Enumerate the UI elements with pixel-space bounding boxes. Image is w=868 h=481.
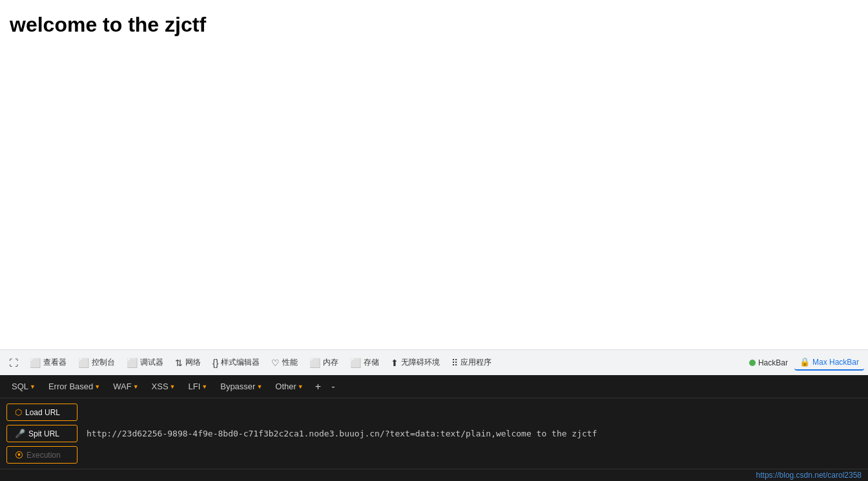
load-url-label: Load URL	[25, 408, 60, 417]
error-based-caret-icon: ▼	[94, 384, 100, 390]
menu-xss[interactable]: XSS ▼	[147, 379, 181, 394]
xss-label: XSS	[152, 382, 169, 391]
main-content: welcome to the zjctf	[0, 0, 868, 349]
inspector-icon: ⬜	[30, 358, 41, 368]
accessibility-icon: ⬆	[391, 358, 398, 368]
url-input[interactable]	[84, 425, 862, 442]
maxhackbar-button[interactable]: 🔒 Max HackBar	[794, 354, 864, 371]
devtools-memory-btn[interactable]: ⬜ 内存	[304, 354, 344, 371]
execution-button[interactable]: ⦿ Execution	[6, 446, 78, 464]
menu-lfi[interactable]: LFI ▼	[183, 379, 213, 394]
menu-sql[interactable]: SQL ▼	[6, 379, 41, 394]
debugger-icon: ⬜	[127, 358, 138, 368]
bypasser-caret-icon: ▼	[256, 384, 262, 390]
hackbar-url-row: ⬡ Load URL 🎤 Spit URL ⦿ Execution	[0, 398, 868, 469]
load-url-icon: ⬡	[15, 407, 22, 417]
browser-toolbar: ⛶ ⬜ 查看器 ⬜ 控制台 ⬜ 调试器 ⇅ 网络 {} 样式编辑器 ♡ 性能 ⬜…	[0, 349, 868, 375]
storage-icon: ⬜	[350, 358, 361, 368]
performance-label: 性能	[282, 357, 298, 368]
devtools-accessibility-btn[interactable]: ⬆ 无障碍环境	[386, 354, 445, 371]
menu-bypasser[interactable]: Bypasser ▼	[215, 379, 267, 394]
devtools-apps-btn[interactable]: ⠿ 应用程序	[446, 354, 497, 371]
devtools-screenshare-btn[interactable]: ⛶	[4, 355, 23, 371]
inspector-label: 查看器	[43, 357, 67, 368]
other-caret-icon: ▼	[298, 384, 304, 390]
menu-error-based[interactable]: Error Based ▼	[43, 379, 105, 394]
apps-icon: ⠿	[451, 358, 458, 368]
menu-other[interactable]: Other ▼	[270, 379, 308, 394]
devtools-debugger-btn[interactable]: ⬜ 调试器	[121, 354, 169, 371]
hackbar-panel: SQL ▼ Error Based ▼ WAF ▼ XSS ▼ LFI ▼ By…	[0, 375, 868, 481]
devtools-console-btn[interactable]: ⬜ 控制台	[73, 354, 120, 371]
maxhackbar-label: Max HackBar	[812, 358, 859, 367]
hackbar-label: HackBar	[758, 358, 788, 367]
lock-icon: 🔒	[800, 357, 810, 367]
spit-url-label: Spit URL	[28, 429, 59, 438]
devtools-inspector-btn[interactable]: ⬜ 查看器	[25, 354, 72, 371]
screenshare-icon: ⛶	[9, 358, 18, 368]
style-icon: {}	[212, 358, 218, 368]
devtools-storage-btn[interactable]: ⬜ 存储	[345, 354, 384, 371]
menu-waf[interactable]: WAF ▼	[108, 379, 143, 394]
other-label: Other	[275, 382, 296, 391]
storage-label: 存储	[364, 357, 379, 368]
sql-label: SQL	[12, 382, 28, 391]
waf-caret-icon: ▼	[133, 384, 139, 390]
menu-remove-button[interactable]: -	[327, 380, 338, 394]
network-icon: ⇅	[175, 358, 183, 368]
waf-label: WAF	[113, 382, 131, 391]
spit-url-button[interactable]: 🎤 Spit URL	[6, 425, 78, 442]
memory-label: 内存	[323, 357, 338, 368]
xss-caret-icon: ▼	[170, 384, 176, 390]
network-label: 网络	[185, 357, 201, 368]
status-bar: https://blog.csdn.net/carol2358	[0, 469, 868, 481]
hackbar-dot-icon	[749, 360, 756, 366]
lfi-caret-icon: ▼	[202, 384, 207, 390]
devtools-performance-btn[interactable]: ♡ 性能	[266, 354, 303, 371]
console-label: 控制台	[92, 357, 115, 368]
error-based-label: Error Based	[48, 382, 93, 391]
performance-icon: ♡	[271, 358, 280, 368]
hackbar-button[interactable]: HackBar	[744, 356, 793, 370]
devtools-network-btn[interactable]: ⇅ 网络	[170, 354, 206, 371]
console-icon: ⬜	[78, 358, 89, 368]
hackbar-action-buttons: ⬡ Load URL 🎤 Spit URL ⦿ Execution	[6, 404, 78, 464]
memory-icon: ⬜	[309, 358, 320, 368]
spit-url-icon: 🎤	[15, 429, 25, 438]
status-link[interactable]: https://blog.csdn.net/carol2358	[756, 471, 862, 480]
load-url-button[interactable]: ⬡ Load URL	[6, 404, 78, 421]
bypasser-label: Bypasser	[220, 382, 255, 391]
lfi-label: LFI	[189, 382, 201, 391]
menu-add-button[interactable]: +	[311, 380, 325, 394]
devtools-style-btn[interactable]: {} 样式编辑器	[207, 354, 265, 371]
execution-label: Execution	[26, 451, 61, 460]
style-label: 样式编辑器	[221, 357, 260, 368]
page-heading: welcome to the zjctf	[10, 13, 858, 37]
sql-caret-icon: ▼	[30, 384, 36, 390]
hackbar-menu: SQL ▼ Error Based ▼ WAF ▼ XSS ▼ LFI ▼ By…	[0, 375, 868, 398]
apps-label: 应用程序	[460, 357, 491, 368]
debugger-label: 调试器	[140, 357, 163, 368]
execution-icon: ⦿	[15, 450, 23, 460]
accessibility-label: 无障碍环境	[401, 357, 440, 368]
